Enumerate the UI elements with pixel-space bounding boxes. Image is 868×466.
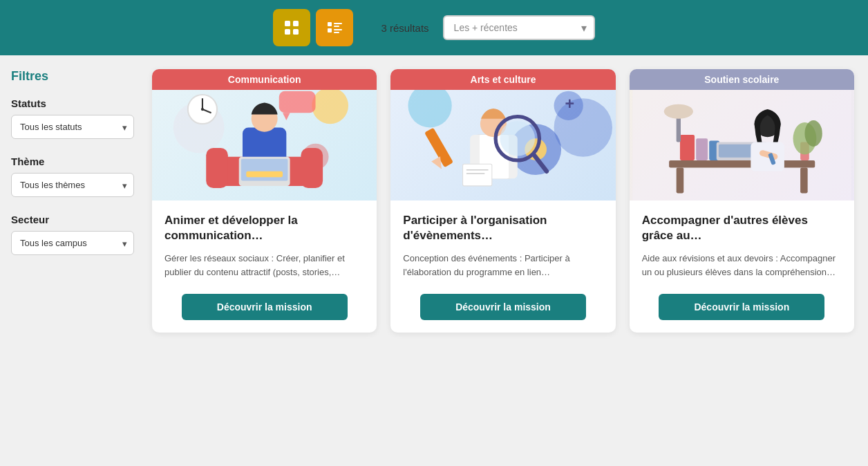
filter-secteur-wrapper: Tous les campus Campus A Campus B: [11, 231, 134, 255]
discover-button-soutien[interactable]: Découvrir la mission: [659, 294, 824, 320]
svg-marker-26: [283, 113, 290, 120]
svg-rect-1: [293, 21, 299, 26]
card-footer-communication: Découvrir la mission: [152, 287, 377, 333]
results-count: 3 résultats: [381, 22, 428, 34]
grid-view-button[interactable]: [273, 9, 310, 46]
svg-rect-0: [285, 21, 290, 26]
svg-point-27: [408, 84, 452, 127]
header: 3 résultats Les + récentes Les + ancienn…: [0, 0, 868, 55]
svg-rect-49: [680, 135, 695, 160]
filter-secteur-label: Secteur: [11, 214, 134, 225]
card-title-soutien: Accompagner d'autres élèves grâce au…: [642, 213, 842, 243]
svg-rect-2: [285, 29, 290, 35]
discover-button-communication[interactable]: Découvrir la mission: [182, 294, 348, 320]
svg-rect-48: [800, 168, 808, 194]
svg-rect-6: [334, 26, 339, 27]
filter-statuts-wrapper: Tous les statuts Active Inactive: [11, 115, 134, 139]
svg-rect-9: [334, 32, 339, 33]
card-description-communication: Gérer les réseaux sociaux : Créer, plani…: [164, 252, 364, 279]
svg-rect-8: [334, 29, 342, 30]
list-view-button[interactable]: [316, 9, 353, 46]
card-soutien: Soutien scolaire: [630, 69, 854, 333]
card-communication: Communication: [152, 69, 377, 333]
svg-rect-14: [206, 148, 228, 188]
header-controls: 3 résultats Les + récentes Les + ancienn…: [273, 9, 594, 46]
sidebar-title: Filtres: [11, 69, 134, 84]
card-title-communication: Animer et développer la communication…: [164, 213, 364, 243]
svg-rect-7: [328, 28, 332, 32]
filter-statuts-select[interactable]: Tous les statuts Active Inactive: [11, 115, 134, 139]
filter-statuts: Statuts Tous les statuts Active Inactive: [11, 97, 134, 139]
main-layout: Filtres Statuts Tous les statuts Active …: [0, 55, 868, 466]
filter-theme: Thème Tous les thèmes Communication Arts…: [11, 156, 134, 197]
svg-point-60: [804, 120, 822, 147]
svg-point-11: [312, 87, 348, 124]
filter-theme-wrapper: Tous les thèmes Communication Arts et cu…: [11, 173, 134, 197]
svg-rect-19: [241, 159, 288, 181]
card-badge-communication: Communication: [152, 69, 377, 90]
svg-rect-15: [301, 148, 323, 188]
sort-wrapper: Les + récentes Les + anciennes Alphabéti…: [443, 15, 595, 40]
card-image-arts: Arts et culture: [390, 69, 615, 201]
sidebar: Filtres Statuts Tous les statuts Active …: [0, 55, 145, 466]
svg-rect-42: [463, 164, 492, 186]
card-body-arts: Participer à l'organisation d'évènements…: [390, 201, 615, 287]
card-image-communication: Communication: [152, 69, 377, 201]
svg-text:+: +: [565, 95, 575, 113]
card-arts: Arts et culture: [390, 69, 615, 333]
svg-rect-3: [293, 29, 299, 35]
svg-rect-4: [328, 22, 332, 26]
svg-rect-20: [246, 171, 283, 177]
card-badge-arts: Arts et culture: [390, 69, 615, 90]
filter-secteur: Secteur Tous les campus Campus A Campus …: [11, 214, 134, 255]
svg-rect-46: [669, 160, 815, 168]
card-image-soutien: Soutien scolaire: [630, 69, 854, 201]
card-badge-soutien: Soutien scolaire: [630, 69, 854, 90]
filter-theme-label: Thème: [11, 156, 134, 167]
filter-secteur-select[interactable]: Tous les campus Campus A Campus B: [11, 231, 134, 255]
filter-statuts-label: Statuts: [11, 97, 134, 109]
svg-rect-5: [334, 23, 342, 24]
card-body-communication: Animer et développer la communication… G…: [152, 201, 377, 287]
card-footer-arts: Découvrir la mission: [390, 287, 615, 333]
svg-rect-47: [676, 168, 683, 194]
svg-rect-50: [696, 138, 708, 160]
card-footer-soutien: Découvrir la mission: [630, 287, 854, 333]
card-description-arts: Conception des événements : Participer à…: [403, 252, 603, 279]
filter-theme-select[interactable]: Tous les thèmes Communication Arts et cu…: [11, 173, 134, 197]
card-description-soutien: Aide aux révisions et aux devoirs : Acco…: [642, 252, 842, 279]
svg-rect-25: [279, 91, 316, 113]
card-title-arts: Participer à l'organisation d'évènements…: [403, 213, 603, 243]
svg-point-37: [500, 121, 536, 156]
view-toggle: [273, 9, 353, 46]
discover-button-arts[interactable]: Découvrir la mission: [420, 294, 586, 320]
cards-grid: Communication: [152, 69, 854, 333]
content-area: Communication: [145, 55, 868, 466]
sort-select[interactable]: Les + récentes Les + anciennes Alphabéti…: [443, 15, 595, 40]
card-body-soutien: Accompagner d'autres élèves grâce au… Ai…: [630, 201, 854, 287]
svg-point-62: [663, 104, 692, 119]
